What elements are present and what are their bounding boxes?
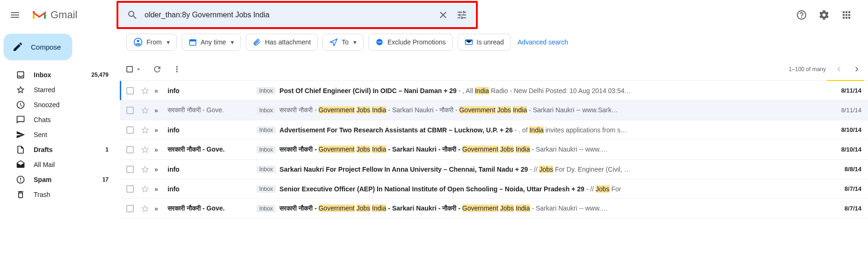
row-expand[interactable]: »: [154, 146, 162, 153]
row-star[interactable]: [140, 106, 150, 115]
refresh-button[interactable]: [153, 65, 162, 74]
chip-exclude-promotions[interactable]: Exclude Promotions: [368, 34, 453, 51]
row-checkbox[interactable]: [126, 126, 136, 134]
svg-point-1: [137, 40, 139, 42]
mail-snippet: - Sarkari Naukri - नौकरी -: [386, 106, 459, 114]
sidebar-item-drafts[interactable]: Drafts1: [4, 142, 114, 157]
inbox-icon: [16, 70, 25, 80]
chip-anytime[interactable]: Any time ▾: [182, 34, 241, 51]
sidebar-item-starred[interactable]: Starred: [4, 82, 114, 97]
selected-indicator: [120, 81, 121, 100]
row-date: 8/8/14: [824, 166, 861, 173]
chevron-down-icon: ▾: [231, 38, 234, 46]
star-icon: [140, 106, 150, 115]
tune-icon: [456, 9, 467, 21]
chat-icon: [16, 115, 25, 124]
search-button[interactable]: [123, 6, 142, 24]
row-star[interactable]: [140, 184, 150, 194]
sidebar-item-snoozed[interactable]: Snoozed: [4, 97, 114, 112]
settings-button[interactable]: [815, 6, 833, 24]
apps-icon: [841, 9, 852, 21]
row-checkbox[interactable]: [126, 146, 136, 153]
row-sender: सरकारी नौकरी - Gove.: [168, 204, 256, 212]
row-star[interactable]: [140, 86, 150, 95]
row-star[interactable]: [140, 165, 150, 174]
main-menu-button[interactable]: [4, 4, 26, 26]
gear-icon: [818, 9, 830, 21]
gmail-brand-text: Gmail: [51, 9, 77, 21]
row-star[interactable]: [140, 204, 150, 213]
pencil-icon: [12, 41, 23, 52]
mail-row[interactable]: » info InboxSenior Executive Officer (AE…: [120, 179, 868, 199]
sidebar-item-sent[interactable]: Sent: [4, 127, 114, 142]
sidebar-item-spam[interactable]: Spam17: [4, 172, 114, 187]
row-star[interactable]: [140, 125, 150, 135]
row-checkbox[interactable]: [126, 166, 136, 173]
mail-row[interactable]: » info InboxSarkari Naukri For Project F…: [120, 160, 868, 179]
nav-label: All Mail: [34, 161, 109, 168]
mail-row[interactable]: » info InboxAdvertisement For Two Resear…: [120, 120, 868, 140]
row-expand[interactable]: »: [154, 205, 162, 212]
checkbox-icon: [126, 66, 133, 73]
next-page-button[interactable]: [852, 65, 861, 74]
row-date: 8/11/14: [824, 87, 861, 94]
mail-row[interactable]: » सरकारी नौकरी - Gove. Inboxसरकारी नौकरी…: [120, 199, 868, 218]
svg-rect-5: [378, 42, 382, 43]
mail-row[interactable]: » info InboxPost Of Chief Engineer (Civi…: [120, 81, 868, 101]
row-date: 8/7/14: [824, 185, 861, 192]
select-all-control[interactable]: [126, 65, 142, 73]
send-icon: [329, 38, 338, 46]
row-expand[interactable]: »: [154, 126, 162, 134]
star-icon: [140, 125, 150, 135]
row-expand[interactable]: »: [154, 87, 162, 94]
row-expand[interactable]: »: [154, 185, 162, 193]
row-checkbox[interactable]: [126, 107, 136, 114]
sidebar-item-chats[interactable]: Chats: [4, 112, 114, 127]
search-box[interactable]: [119, 4, 475, 26]
row-checkbox[interactable]: [126, 205, 136, 212]
nav-label: Chats: [34, 116, 109, 123]
row-checkbox[interactable]: [126, 87, 136, 94]
more-button[interactable]: [172, 65, 182, 74]
search-input[interactable]: [142, 11, 434, 19]
mail-subject: सरकारी नौकरी -: [279, 145, 318, 153]
sidebar-item-inbox[interactable]: Inbox25,479: [4, 67, 114, 82]
mail-row[interactable]: » सरकारी नौकरी - Gove. Inboxसरकारी नौकरी…: [120, 101, 868, 120]
nav-count: 1: [105, 146, 109, 153]
inbox-label: Inbox: [256, 126, 276, 134]
chip-from[interactable]: From ▾: [126, 34, 177, 51]
draft-icon: [16, 145, 25, 154]
nav-label: Inbox: [34, 71, 91, 79]
chip-to[interactable]: To ▾: [322, 34, 364, 51]
row-star[interactable]: [140, 145, 150, 154]
filter-chips-bar: From ▾ Any time ▾ Has attachment To ▾ Ex…: [120, 30, 868, 58]
nav-label: Trash: [34, 191, 109, 198]
apps-button[interactable]: [837, 6, 856, 24]
star-icon: [140, 184, 150, 194]
row-sender: info: [168, 166, 256, 173]
person-icon: [133, 37, 143, 47]
close-icon: [438, 9, 449, 21]
mail-row[interactable]: » सरकारी नौकरी - Gove. Inboxसरकारी नौकरी…: [120, 140, 868, 160]
row-expand[interactable]: »: [154, 166, 162, 173]
support-button[interactable]: [792, 6, 811, 24]
svg-rect-3: [190, 40, 196, 42]
star-icon: [140, 86, 150, 95]
chip-attachment[interactable]: Has attachment: [246, 34, 318, 51]
exclude-icon: [375, 38, 384, 46]
gmail-logo[interactable]: Gmail: [32, 6, 83, 24]
chevron-down-icon: [135, 65, 142, 73]
row-sender: info: [168, 126, 256, 134]
advanced-search-link[interactable]: Advanced search: [518, 38, 568, 46]
sidebar-item-all-mail[interactable]: All Mail: [4, 157, 114, 172]
prev-page-button[interactable]: [834, 65, 844, 74]
more-vert-icon: [172, 65, 182, 74]
sidebar-item-trash[interactable]: Trash: [4, 187, 114, 202]
chip-unread[interactable]: Is unread: [458, 34, 511, 51]
clock-icon: [16, 100, 25, 109]
compose-button[interactable]: Compose: [4, 34, 72, 60]
clear-search-button[interactable]: [434, 6, 452, 24]
row-expand[interactable]: »: [154, 107, 162, 114]
row-checkbox[interactable]: [126, 185, 136, 193]
search-options-button[interactable]: [452, 6, 471, 24]
